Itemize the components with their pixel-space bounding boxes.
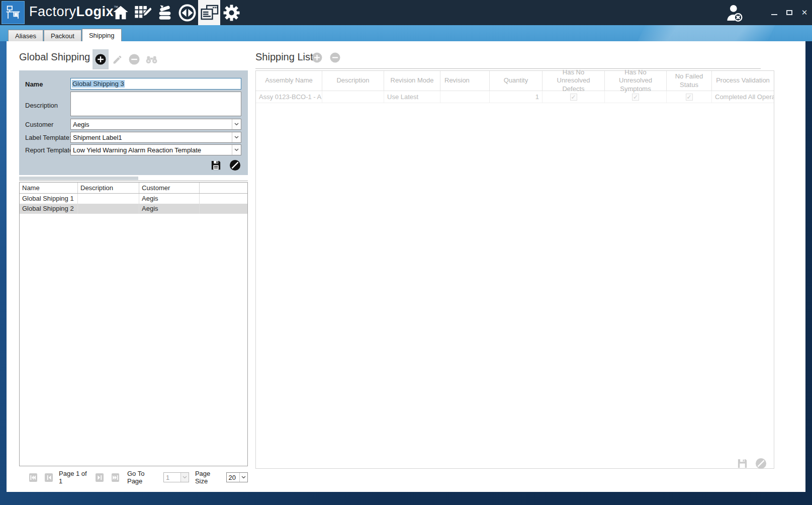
shipping-list-underline	[255, 68, 761, 69]
checkbox-checked-icon[interactable]: ✓	[686, 94, 693, 101]
column-header-description[interactable]: Description	[322, 71, 384, 91]
chevron-down-icon	[234, 123, 239, 126]
goto-page-dropdown-button[interactable]	[181, 473, 189, 482]
logout-user-button[interactable]	[726, 3, 744, 22]
shipping-list-actions	[737, 458, 767, 469]
database-icon	[157, 5, 172, 21]
save-button[interactable]	[210, 159, 222, 171]
cancel-button[interactable]	[229, 159, 241, 171]
search-global-shipping-button[interactable]	[143, 49, 160, 69]
goto-page-input[interactable]: 1	[163, 472, 189, 482]
page-size-label: Page Size	[195, 470, 223, 485]
content-area: Global Shipping	[7, 41, 805, 492]
report-template-label: Report Template	[25, 146, 73, 154]
add-global-shipping-button[interactable]	[93, 49, 109, 69]
description-input[interactable]	[70, 92, 241, 116]
first-page-button[interactable]	[29, 473, 37, 482]
column-header-no-failed-status[interactable]: No Failed Status	[667, 71, 712, 91]
column-header-assembly-name[interactable]: Assembly Name	[256, 71, 322, 91]
cancel-shipping-list-button[interactable]	[755, 458, 767, 469]
report-template-dropdown[interactable]: Low Yield Warning Alarm Reaction Templat…	[70, 144, 241, 155]
gear-icon	[223, 5, 240, 21]
tab-aliases[interactable]: Aliases	[8, 30, 43, 41]
cell-name: Global Shipping 2	[20, 204, 78, 214]
first-page-icon	[30, 475, 36, 480]
table-row-selected[interactable]: Global Shipping 2 Aegis	[20, 204, 247, 214]
pagination-bar: Page 1 of 1 Go To Page 1	[29, 472, 248, 483]
chevron-down-icon	[241, 476, 246, 479]
label-template-label: Label Template:	[25, 134, 71, 141]
page-size-dropdown-button[interactable]	[239, 473, 247, 482]
form-actions	[210, 159, 241, 171]
column-header-customer[interactable]: Customer	[139, 183, 200, 193]
title-bar: FactoryLogix™	[0, 0, 812, 25]
add-shipping-item-button[interactable]	[312, 52, 322, 65]
shipping-list-row[interactable]: Assy 0123-BCO-1 - A Use Latest 1 ✓ ✓ ✓ C…	[256, 91, 774, 103]
documents-nav-button[interactable]	[198, 0, 220, 25]
cancel-icon-disabled	[755, 458, 767, 469]
data-nav-button[interactable]	[154, 0, 176, 25]
close-button[interactable]: ✕	[797, 0, 812, 25]
checkbox-checked-icon[interactable]: ✓	[632, 94, 639, 101]
global-shipping-table: Name Description Customer Global Shippin…	[19, 182, 248, 466]
cell-no-failed-status: ✓	[667, 91, 712, 103]
cell-customer: Aegis	[139, 204, 200, 214]
global-shipping-toolbar	[93, 49, 160, 69]
maximize-button[interactable]	[782, 0, 797, 25]
minimize-button[interactable]	[767, 0, 782, 25]
cell-description	[78, 204, 139, 214]
home-nav-button[interactable]	[110, 0, 132, 25]
tab-bar: Aliases Packout Shipping	[8, 29, 122, 41]
column-header-process-validation[interactable]: Process Validation	[712, 71, 774, 91]
page-size-dropdown[interactable]: 20	[226, 472, 248, 482]
label-template-dropdown-button[interactable]	[232, 132, 241, 142]
brand-regular: Factory	[29, 4, 76, 19]
remove-global-shipping-button[interactable]	[126, 49, 143, 69]
column-header-empty	[200, 183, 247, 193]
goto-page-value: 1	[164, 474, 181, 481]
column-header-name[interactable]: Name	[20, 183, 78, 193]
settings-nav-button[interactable]	[220, 0, 242, 25]
shipping-list-toolbar	[312, 52, 340, 65]
save-icon	[210, 159, 222, 171]
name-label: Name	[25, 80, 43, 88]
shipping-list-title: Shipping List	[255, 51, 313, 62]
last-page-button[interactable]	[112, 473, 120, 482]
cell-assembly-name: Assy 0123-BCO-1 - A	[256, 91, 322, 103]
tab-packout[interactable]: Packout	[44, 30, 81, 41]
column-header-revision[interactable]: Revision	[440, 71, 490, 91]
shipping-list-panel: Shipping List Assembly Name	[255, 51, 774, 63]
add-icon	[95, 54, 106, 65]
edit-global-shipping-button[interactable]	[109, 49, 126, 69]
pencil-icon	[112, 54, 123, 65]
tab-shipping[interactable]: Shipping	[82, 29, 122, 41]
previous-page-button[interactable]	[45, 473, 53, 482]
splitter-handle[interactable]	[19, 177, 138, 180]
sync-nav-button[interactable]	[176, 0, 198, 25]
customer-dropdown[interactable]: Aegis	[70, 119, 241, 130]
cell-process-validation: Completed All Opera...	[712, 91, 774, 103]
global-shipping-form: Name Global Shipping 3 Description Custo…	[19, 70, 248, 175]
column-header-has-no-unresolved-defects[interactable]: Has No Unresolved Defects	[543, 71, 605, 91]
next-page-button[interactable]	[96, 473, 104, 482]
design-nav-button[interactable]	[132, 0, 154, 25]
report-template-dropdown-button[interactable]	[232, 145, 241, 155]
checkbox-checked-icon[interactable]: ✓	[570, 94, 577, 101]
column-header-description[interactable]: Description	[78, 183, 139, 193]
previous-page-icon	[46, 475, 52, 480]
cancel-icon	[229, 159, 241, 171]
splitter-line	[19, 181, 248, 181]
name-input[interactable]: Global Shipping 3	[70, 78, 241, 90]
remove-shipping-item-button[interactable]	[330, 52, 340, 65]
customer-dropdown-button[interactable]	[232, 119, 241, 129]
cell-description	[322, 91, 384, 103]
column-header-revision-mode[interactable]: Revision Mode	[384, 71, 440, 91]
cell-customer: Aegis	[139, 194, 200, 204]
goto-page-label: Go To Page	[127, 470, 159, 485]
table-row[interactable]: Global Shipping 1 Aegis	[20, 194, 247, 204]
column-header-has-no-unresolved-symptoms[interactable]: Has No Unresolved Symptoms	[605, 71, 667, 91]
label-template-dropdown[interactable]: Shipment Label1	[70, 132, 241, 143]
column-header-quantity[interactable]: Quantity	[490, 71, 543, 91]
save-shipping-list-button[interactable]	[737, 458, 748, 469]
name-input-selected-text: Global Shipping 3	[72, 80, 125, 88]
